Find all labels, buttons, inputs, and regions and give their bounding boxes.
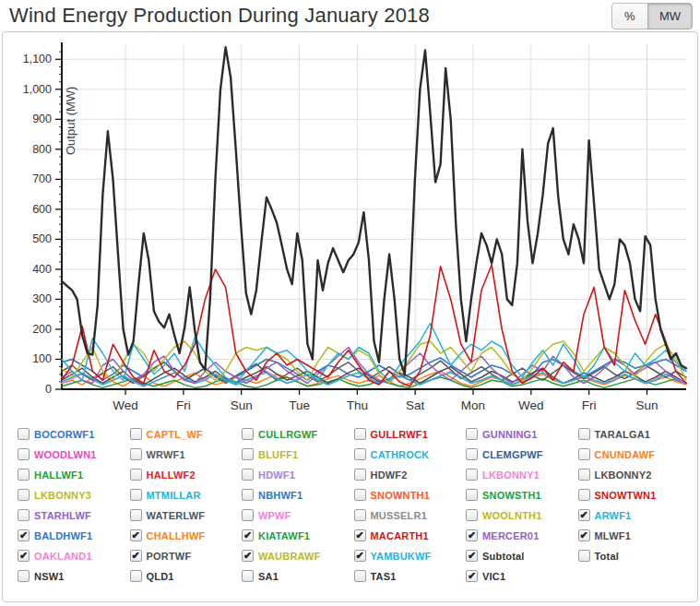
- checkbox-QLD1-unchecked[interactable]: [130, 570, 142, 582]
- checkbox-MTMILLAR-unchecked[interactable]: [130, 489, 142, 501]
- legend-item-KIATAWF1[interactable]: ✔KIATAWF1: [242, 529, 354, 541]
- legend-item-NSW1[interactable]: NSW1: [18, 570, 130, 582]
- checkbox-WOODLWN1-unchecked[interactable]: [18, 448, 30, 460]
- legend-item-SNOWTWN1[interactable]: SNOWTWN1: [578, 489, 691, 501]
- legend-item-CLEMGPWF[interactable]: CLEMGPWF: [466, 448, 578, 460]
- checkbox-GUNNING1-unchecked[interactable]: [466, 428, 478, 440]
- checkbox-NBHWF1-unchecked[interactable]: [242, 489, 254, 501]
- legend-item-BALDHWF1[interactable]: ✔BALDHWF1: [18, 529, 130, 541]
- legend-label: WAUBRAWF: [258, 551, 321, 562]
- checkbox-HDWF1-unchecked[interactable]: [242, 469, 254, 481]
- legend-item-MLWF1[interactable]: ✔MLWF1: [578, 529, 691, 541]
- checkbox-WAUBRAWF-checked[interactable]: ✔: [242, 550, 254, 562]
- legend-item-LKBONNY1[interactable]: LKBONNY1: [466, 469, 578, 481]
- checkbox-LKBONNY2-unchecked[interactable]: [578, 469, 590, 481]
- checkbox-ARWF1-checked[interactable]: ✔: [578, 509, 590, 521]
- legend-item-WOOLNTH1[interactable]: WOOLNTH1: [466, 509, 578, 521]
- legend-item-HDWF1[interactable]: HDWF1: [242, 469, 354, 481]
- legend-item-Subtotal[interactable]: ✔Subtotal: [466, 550, 578, 562]
- checkbox-TAS1-unchecked[interactable]: [354, 570, 366, 582]
- checkbox-CLEMGPWF-unchecked[interactable]: [466, 448, 478, 460]
- legend-item-HALLWF2[interactable]: HALLWF2: [130, 469, 243, 481]
- checkbox-CNUNDAWF-unchecked[interactable]: [578, 448, 590, 460]
- checkbox-TARALGA1-unchecked[interactable]: [578, 428, 590, 440]
- checkbox-NSW1-unchecked[interactable]: [18, 570, 30, 582]
- y-tick-label: 0: [45, 383, 52, 396]
- legend-item-ARWF1[interactable]: ✔ARWF1: [578, 509, 691, 521]
- legend-item-WAUBRAWF[interactable]: ✔WAUBRAWF: [242, 550, 354, 562]
- legend-item-CATHROCK[interactable]: CATHROCK: [354, 448, 467, 460]
- legend-item-HDWF2[interactable]: HDWF2: [354, 469, 467, 481]
- legend-item-HALLWF1[interactable]: HALLWF1: [18, 469, 130, 481]
- checkbox-Subtotal-checked[interactable]: ✔: [466, 550, 478, 562]
- legend-item-WOODLWN1[interactable]: WOODLWN1: [18, 448, 130, 460]
- checkbox-HALLWF2-unchecked[interactable]: [130, 469, 142, 481]
- checkbox-HALLWF1-unchecked[interactable]: [18, 469, 30, 481]
- checkbox-CULLRGWF-unchecked[interactable]: [242, 428, 254, 440]
- checkbox-CAPTL_WF-unchecked[interactable]: [130, 428, 142, 440]
- checkbox-WPWF-unchecked[interactable]: [242, 509, 254, 521]
- checkbox-CATHROCK-unchecked[interactable]: [354, 448, 366, 460]
- mw-button[interactable]: MW: [647, 3, 693, 30]
- legend-item-WATERLWF[interactable]: WATERLWF: [130, 509, 243, 521]
- checkbox-PORTWF-checked[interactable]: ✔: [130, 550, 142, 562]
- checkbox-CHALLHWF-checked[interactable]: ✔: [130, 529, 142, 541]
- percent-button[interactable]: %: [611, 3, 648, 30]
- legend-item-MTMILLAR[interactable]: MTMILLAR: [130, 489, 243, 501]
- series-line-Subtotal[interactable]: [62, 47, 686, 374]
- legend-item-TAS1[interactable]: TAS1: [354, 570, 467, 582]
- legend-item-QLD1[interactable]: QLD1: [130, 570, 243, 582]
- legend-item-LKBONNY3[interactable]: LKBONNY3: [18, 489, 130, 501]
- legend-item-PORTWF[interactable]: ✔PORTWF: [130, 550, 243, 562]
- checkbox-BLUFF1-unchecked[interactable]: [242, 448, 254, 460]
- production-chart[interactable]: WedFriSunTueThuSatMonWedFriSun0100200300…: [3, 35, 697, 421]
- legend-item-CULLRGWF[interactable]: CULLRGWF: [242, 428, 354, 440]
- checkbox-MERCER01-checked[interactable]: ✔: [466, 529, 478, 541]
- legend-item-TARALGA1[interactable]: TARALGA1: [578, 428, 691, 440]
- checkbox-MLWF1-checked[interactable]: ✔: [578, 529, 590, 541]
- legend-item-STARHLWF[interactable]: STARHLWF: [18, 509, 130, 521]
- checkbox-SNOWSTH1-unchecked[interactable]: [466, 489, 478, 501]
- checkbox-WOOLNTH1-unchecked[interactable]: [466, 509, 478, 521]
- legend-item-WRWF1[interactable]: WRWF1: [130, 448, 243, 460]
- legend-item-MACARTH1[interactable]: ✔MACARTH1: [354, 529, 467, 541]
- legend-item-SA1[interactable]: SA1: [242, 570, 354, 582]
- checkbox-LKBONNY3-unchecked[interactable]: [18, 489, 30, 501]
- legend-item-MERCER01[interactable]: ✔MERCER01: [466, 529, 578, 541]
- legend-item-BOCORWF1[interactable]: BOCORWF1: [18, 428, 130, 440]
- legend-item-MUSSELR1[interactable]: MUSSELR1: [354, 509, 467, 521]
- legend-item-BLUFF1[interactable]: BLUFF1: [242, 448, 354, 460]
- checkbox-WRWF1-unchecked[interactable]: [130, 448, 142, 460]
- checkbox-KIATAWF1-checked[interactable]: ✔: [242, 529, 254, 541]
- legend-item-SNOWNTH1[interactable]: SNOWNTH1: [354, 489, 467, 501]
- legend-item-NBHWF1[interactable]: NBHWF1: [242, 489, 354, 501]
- legend-item-SNOWSTH1[interactable]: SNOWSTH1: [466, 489, 578, 501]
- legend-item-LKBONNY2[interactable]: LKBONNY2: [578, 469, 691, 481]
- checkbox-SA1-unchecked[interactable]: [242, 570, 254, 582]
- checkbox-OAKLAND1-checked[interactable]: ✔: [18, 550, 30, 562]
- checkbox-BOCORWF1-unchecked[interactable]: [18, 428, 30, 440]
- legend-item-VIC1[interactable]: ✔VIC1: [466, 570, 578, 582]
- checkbox-LKBONNY1-unchecked[interactable]: [466, 469, 478, 481]
- checkbox-BALDHWF1-checked[interactable]: ✔: [18, 529, 30, 541]
- legend-item-WPWF[interactable]: WPWF: [242, 509, 354, 521]
- legend-item-CAPTL_WF[interactable]: CAPTL_WF: [130, 428, 243, 440]
- checkbox-HDWF2-unchecked[interactable]: [354, 469, 366, 481]
- checkbox-Total-unchecked[interactable]: [578, 550, 590, 562]
- legend-item-Total[interactable]: Total: [578, 550, 691, 562]
- legend-item-GUNNING1[interactable]: GUNNING1: [466, 428, 578, 440]
- checkbox-SNOWTWN1-unchecked[interactable]: [578, 489, 590, 501]
- checkbox-VIC1-checked[interactable]: ✔: [466, 570, 478, 582]
- checkbox-SNOWNTH1-unchecked[interactable]: [354, 489, 366, 501]
- legend-item-GULLRWF1[interactable]: GULLRWF1: [354, 428, 467, 440]
- legend-item-CHALLHWF[interactable]: ✔CHALLHWF: [130, 529, 243, 541]
- legend-item-OAKLAND1[interactable]: ✔OAKLAND1: [18, 550, 130, 562]
- checkbox-WATERLWF-unchecked[interactable]: [130, 509, 142, 521]
- checkbox-MUSSELR1-unchecked[interactable]: [354, 509, 366, 521]
- checkbox-STARHLWF-unchecked[interactable]: [18, 509, 30, 521]
- checkbox-MACARTH1-checked[interactable]: ✔: [354, 529, 366, 541]
- legend-item-CNUNDAWF[interactable]: CNUNDAWF: [578, 448, 691, 460]
- checkbox-YAMBUKWF-checked[interactable]: ✔: [354, 550, 366, 562]
- checkbox-GULLRWF1-unchecked[interactable]: [354, 428, 366, 440]
- legend-item-YAMBUKWF[interactable]: ✔YAMBUKWF: [354, 550, 467, 562]
